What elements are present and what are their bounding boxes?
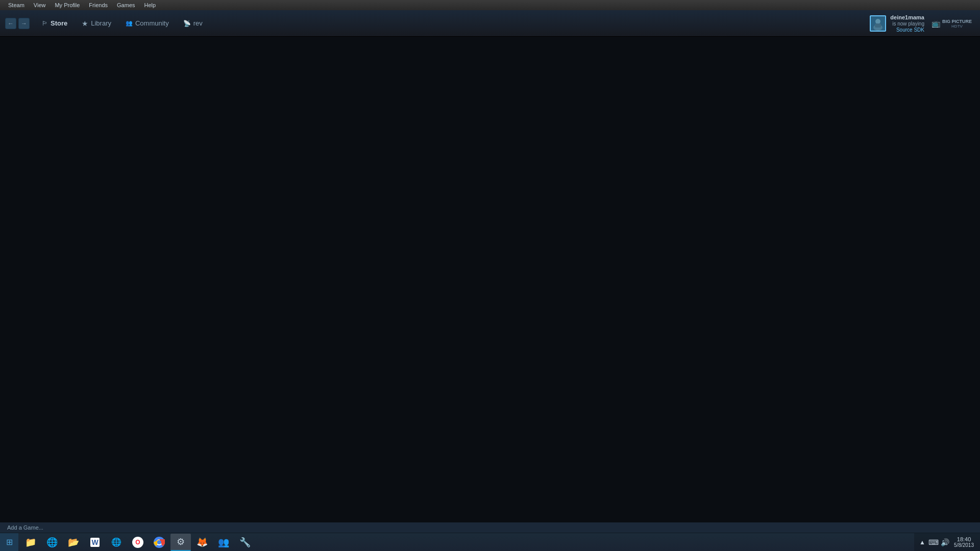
taskbar-firefox[interactable]: 🦊 (192, 534, 212, 551)
users-icon: 👥 (218, 537, 229, 548)
svg-point-1 (875, 19, 880, 24)
taskbar-chrome[interactable] (149, 534, 169, 551)
opera-icon: O (132, 537, 143, 548)
avatar-image (871, 16, 885, 31)
avatar[interactable] (870, 15, 886, 32)
file-explorer-icon: 📁 (25, 537, 36, 548)
user-info: deine1mama is now playing Source SDK (890, 14, 924, 33)
tray-keyboard[interactable]: ⌨ (929, 538, 938, 546)
tv-icon: 📺 (932, 19, 940, 28)
taskbar: ⊞ 📁 🌐 📂 W 🌐 O (0, 533, 980, 551)
library-tab[interactable]: ★ Library (75, 10, 118, 36)
ie-icon: 🌐 (46, 537, 58, 548)
taskbar-ie[interactable]: 🌐 (42, 534, 62, 551)
rev-label: rev (193, 19, 203, 27)
store-label: Store (51, 19, 67, 27)
tool-icon: 🔧 (239, 537, 251, 548)
friends-menu-item[interactable]: Friends (85, 1, 112, 9)
steam-menu-item[interactable]: Steam (4, 1, 29, 9)
nav-back-forward: ← → (5, 18, 30, 29)
community-tab[interactable]: 👥 Community (118, 10, 176, 36)
tray-expand[interactable]: ▲ (918, 538, 926, 546)
taskbar-opera[interactable]: O (128, 534, 148, 551)
system-tray: ▲ ⌨ 🔊 18:40 5/8/2013 (914, 533, 980, 551)
firefox-icon: 🦊 (197, 537, 208, 548)
rev-icon: 📡 (183, 20, 191, 27)
add-game-button[interactable]: Add a Game... (4, 523, 46, 532)
nav-bar: ← → 🏳 Store ★ Library 👥 Community 📡 rev (0, 10, 980, 37)
footer-bar: Add a Game... (0, 522, 980, 533)
tray-date-value: 5/8/2013 (954, 542, 974, 548)
view-menu-item[interactable]: View (30, 1, 50, 9)
store-icon: 🏳 (42, 20, 48, 27)
menu-bar: Steam View My Profile Friends Games Help (0, 0, 980, 10)
games-menu-item[interactable]: Games (113, 1, 139, 9)
user-game: Source SDK (896, 27, 924, 33)
windows-icon: ⊞ (6, 537, 13, 547)
taskbar-tool[interactable]: 🔧 (235, 534, 255, 551)
tray-volume[interactable]: 🔊 (941, 538, 949, 546)
svg-point-6 (157, 540, 161, 544)
big-picture-label: BIG PICTURE (942, 19, 972, 24)
svg-rect-3 (875, 23, 881, 28)
rev-tab[interactable]: 📡 rev (176, 10, 210, 36)
taskbar-file-explorer[interactable]: 📁 (20, 534, 41, 551)
steam-taskbar-icon: ⚙ (177, 536, 185, 547)
user-status: is now playing (892, 21, 924, 27)
network-icon: 🌐 (111, 537, 121, 547)
library-icon: ★ (82, 19, 88, 28)
community-icon: 👥 (126, 20, 133, 27)
community-label: Community (135, 19, 169, 27)
taskbar-word[interactable]: W (85, 534, 105, 551)
help-menu-item[interactable]: Help (140, 1, 160, 9)
tray-time-value: 18:40 (957, 536, 971, 542)
start-button[interactable]: ⊞ (0, 533, 18, 552)
main-content (0, 37, 980, 533)
tray-clock[interactable]: 18:40 5/8/2013 (952, 536, 976, 548)
taskbar-users[interactable]: 👥 (213, 534, 234, 551)
library-label: Library (91, 19, 111, 27)
taskbar-network[interactable]: 🌐 (106, 534, 127, 551)
store-tab[interactable]: 🏳 Store (35, 10, 75, 36)
taskbar-steam[interactable]: ⚙ (170, 534, 191, 551)
profile-menu-item[interactable]: My Profile (51, 1, 84, 9)
big-picture-button[interactable]: 📺 BIG PICTURE HDTV (928, 17, 975, 31)
big-picture-sublabel: HDTV (951, 24, 963, 29)
folder-icon: 📂 (68, 537, 79, 548)
taskbar-folder[interactable]: 📂 (63, 534, 84, 551)
chrome-icon (154, 537, 165, 548)
user-area: deine1mama is now playing Source SDK 📺 B… (870, 10, 980, 37)
taskbar-icons: 📁 🌐 📂 W 🌐 O (18, 534, 914, 551)
back-button[interactable]: ← (5, 18, 16, 29)
username: deine1mama (890, 14, 924, 20)
word-icon: W (90, 538, 99, 547)
forward-button[interactable]: → (18, 18, 30, 29)
